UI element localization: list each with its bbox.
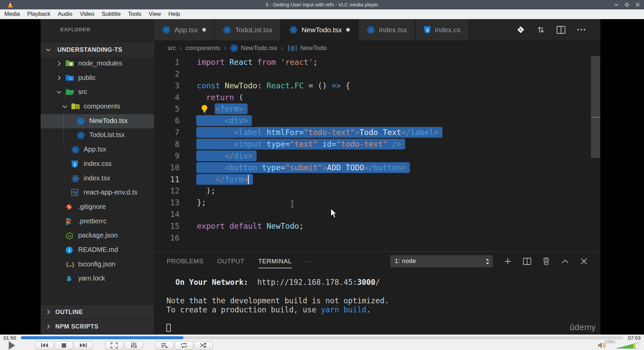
code-line-6[interactable]: 6 <div> [154, 115, 600, 127]
menu-tools[interactable]: Tools [124, 9, 145, 19]
vscode-screen: EXPLORER UNDERSTANDING-TS node_modulespu… [41, 19, 600, 335]
random-button[interactable] [194, 341, 213, 350]
code-editor[interactable]: 1import React from 'react';23const NewTo… [154, 55, 600, 251]
tree-item-index-tsx[interactable]: index.tsx [41, 172, 154, 186]
swap-arrows-icon[interactable] [537, 25, 545, 34]
fullscreen-button[interactable] [105, 341, 123, 350]
code-line-9[interactable]: 9 </div> [154, 150, 600, 162]
tree-item-todolist-tsx[interactable]: TodoList.tsx [41, 128, 154, 143]
tree-item-index-css[interactable]: 3index.css [41, 157, 154, 172]
svg-text:</>: </> [67, 91, 73, 95]
seek-bar[interactable] [21, 336, 623, 339]
skip-back-button[interactable] [35, 341, 54, 350]
tree-item-package-json[interactable]: JSpackage.json [41, 229, 154, 243]
text-selection: </div> [196, 150, 257, 161]
tree-item-tsconfig-json[interactable]: {…}tsconfig.json [41, 258, 154, 272]
sidebar-section-npm-scripts[interactable]: NPM SCRIPTS [41, 319, 154, 334]
play-button[interactable] [8, 341, 16, 350]
tab-index-cs[interactable]: 3index.cs [416, 19, 469, 40]
video-area[interactable]: EXPLORER UNDERSTANDING-TS node_modulespu… [0, 19, 644, 335]
tree-item-label: README.md [78, 246, 118, 254]
project-root-item[interactable]: UNDERSTANDING-TS [41, 43, 154, 57]
code-token: NewTodo [267, 222, 299, 230]
breadcrumb-src[interactable]: src [167, 44, 176, 52]
skip-forward-button[interactable] [74, 341, 93, 350]
terminal-select[interactable]: 1: node [390, 255, 493, 267]
code-line-12[interactable]: 12 ); [154, 185, 600, 197]
maximize-button[interactable] [623, 1, 631, 8]
close-panel-icon[interactable] [580, 258, 588, 265]
panel-tab-problems[interactable]: PROBLEMS [167, 252, 204, 271]
more-actions-icon[interactable] [577, 29, 586, 31]
code-token: </ [215, 175, 225, 184]
split-terminal-icon[interactable] [523, 258, 531, 265]
new-terminal-icon[interactable] [504, 257, 512, 265]
code-line-13[interactable]: 13}; [154, 197, 600, 209]
tree-item-public[interactable]: public [41, 71, 154, 86]
maximize-panel-icon[interactable] [561, 259, 569, 264]
editor-scrollbar[interactable] [591, 56, 600, 158]
tree-item-node-modules[interactable]: node_modules [41, 57, 154, 71]
tree-item-newtodo-tsx[interactable]: NewTodo.tsx [41, 114, 154, 129]
kill-terminal-icon[interactable] [542, 257, 550, 265]
code-line-1[interactable]: 1import React from 'react'; [154, 56, 600, 68]
menu-help[interactable]: Help [165, 9, 184, 19]
breadcrumb-newtodo[interactable]: [@]NewTodo [287, 44, 327, 52]
menu-subtitle[interactable]: Subtitle [98, 9, 124, 19]
tab-todolist-tsx[interactable]: TodoList.tsx [215, 19, 281, 40]
breadcrumb-components[interactable]: components [185, 44, 220, 52]
code-line-3[interactable]: 3const NewTodo: React.FC = () => { [154, 80, 600, 92]
volume-slider[interactable] [615, 342, 639, 349]
tab-app-tsx[interactable]: App.tsx [154, 19, 215, 40]
code-line-11[interactable]: 11 </form> [154, 174, 600, 185]
code-line-10[interactable]: 10 <button type="submit">ADD TODO</butto… [154, 162, 600, 174]
code-line-7[interactable]: 7 <label htmlFor="todo-text">Todo Text</… [154, 127, 600, 138]
code-line-15[interactable]: 15export default NewTodo; [154, 220, 600, 232]
git-diamond-icon[interactable] [516, 25, 525, 34]
speaker-icon[interactable] [598, 342, 606, 350]
tree-item-src[interactable]: </>src [41, 85, 154, 100]
menu-video[interactable]: Video [76, 9, 98, 19]
code-text: <input type="text" id="todo-text" /> [179, 138, 405, 150]
sidebar-section-outline[interactable]: OUTLINE [41, 305, 154, 319]
code-line-8[interactable]: 8 <input type="text" id="todo-text" /> [154, 138, 600, 150]
total-time: 07:03 [627, 335, 642, 341]
tree-item-react-app-env-d-ts[interactable]: TSreact-app-env.d.ts [41, 186, 154, 200]
code-line-16[interactable]: 16 [154, 232, 600, 244]
stop-button[interactable] [55, 341, 73, 350]
tree-item-components[interactable]: components [41, 100, 154, 114]
menu-media[interactable]: Media [1, 9, 23, 19]
split-editor-icon[interactable] [556, 26, 566, 34]
terminal-output[interactable]: On Your Network: http://192.168.178.45:3… [166, 278, 389, 333]
adjustments-button[interactable] [124, 341, 143, 350]
modified-dot-icon[interactable] [346, 28, 350, 32]
modified-dot-icon[interactable] [202, 28, 206, 32]
menu-view[interactable]: View [145, 9, 165, 19]
code-line-2[interactable]: 2 [154, 68, 600, 80]
close-button[interactable] [634, 1, 641, 8]
tree-item-readme-md[interactable]: iREADME.md [41, 243, 154, 258]
code-line-5[interactable]: 5 <form> [154, 103, 600, 115]
code-line-14[interactable]: 14 [154, 209, 600, 220]
tree-item-app-tsx[interactable]: App.tsx [41, 143, 154, 157]
code-token: : [257, 81, 267, 90]
panel-tab--[interactable]: ··· [306, 252, 312, 271]
line-number: 9 [154, 150, 179, 162]
menu-playback[interactable]: Playback [23, 9, 54, 19]
tree-item--gitignore[interactable]: .gitignore [41, 200, 154, 215]
code-line-4[interactable]: 4 return ( [154, 92, 600, 103]
lightbulb-icon[interactable] [200, 104, 209, 114]
code-token: </ [401, 128, 411, 137]
tab-index-tsx[interactable]: index.tsx [359, 19, 416, 40]
minimize-button[interactable] [612, 1, 620, 8]
panel-tab-output[interactable]: OUTPUT [217, 252, 245, 271]
menu-audio[interactable]: Audio [54, 9, 76, 19]
loop-button[interactable] [175, 341, 193, 350]
tree-item-yarn-lock[interactable]: yarn.lock [41, 272, 154, 286]
code-token [253, 58, 257, 67]
tree-item--prettierrc[interactable]: .prettierrc [41, 215, 154, 229]
playlist-button[interactable] [155, 341, 174, 350]
panel-tab-terminal[interactable]: TERMINAL [258, 252, 292, 271]
tab-newtodo-tsx[interactable]: NewTodo.tsx [281, 19, 359, 40]
breadcrumb-newtodo-tsx[interactable]: NewTodo.tsx [230, 44, 277, 52]
